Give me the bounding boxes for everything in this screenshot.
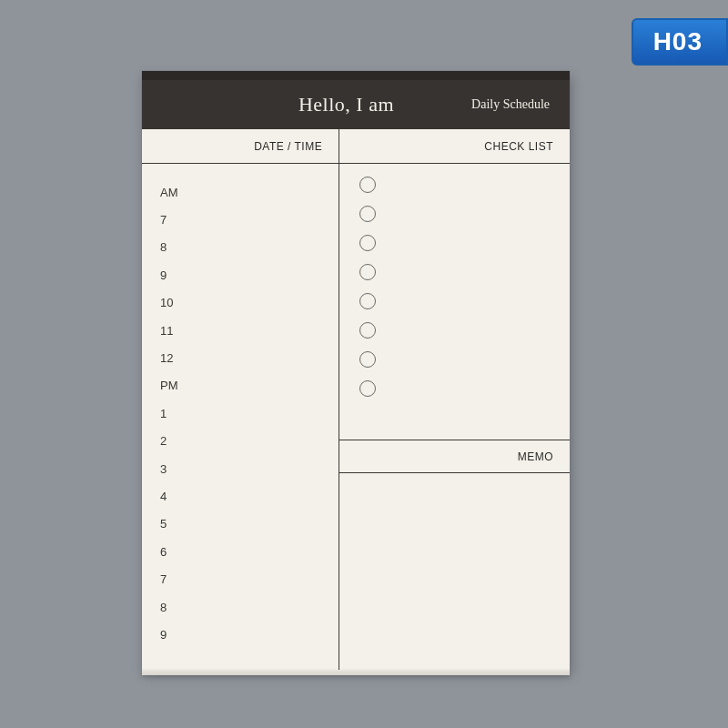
check-circle-icon bbox=[359, 264, 376, 280]
badge-label: H03 bbox=[653, 27, 703, 56]
product-code-badge: H03 bbox=[632, 18, 728, 66]
time-row: 8 bbox=[160, 234, 339, 261]
checklist bbox=[339, 164, 570, 440]
time-row: 2 bbox=[160, 428, 339, 455]
check-circle-icon bbox=[359, 293, 376, 309]
pages-edge bbox=[142, 670, 570, 675]
time-row: 9 bbox=[160, 621, 339, 648]
checklist-section-header: CHECK LIST bbox=[339, 129, 570, 164]
time-row: 7 bbox=[160, 206, 339, 233]
time-row: AM bbox=[160, 178, 339, 206]
memo-area bbox=[339, 473, 570, 670]
time-row: 8 bbox=[160, 593, 339, 621]
check-circle-icon bbox=[359, 351, 376, 368]
check-circle-icon bbox=[359, 322, 376, 339]
header-title: Hello, I am bbox=[298, 93, 394, 116]
time-row: 9 bbox=[160, 261, 339, 288]
right-column: CHECK LIST MEMO bbox=[339, 129, 570, 670]
check-circle-icon bbox=[359, 235, 376, 251]
time-row: 7 bbox=[160, 565, 339, 592]
time-row: 10 bbox=[160, 289, 339, 317]
check-circle-icon bbox=[359, 380, 376, 397]
time-row: 3 bbox=[160, 455, 339, 482]
time-row: PM bbox=[160, 372, 339, 399]
memo-section-header: MEMO bbox=[339, 440, 570, 473]
left-column: DATE / TIME AM789101112PM123456789 bbox=[142, 129, 339, 670]
checklist-label: CHECK LIST bbox=[484, 140, 553, 153]
time-row: 1 bbox=[160, 399, 339, 427]
time-row: 5 bbox=[160, 511, 339, 538]
time-row: 12 bbox=[160, 344, 339, 371]
memo-label: MEMO bbox=[518, 450, 553, 463]
datetime-section-header: DATE / TIME bbox=[142, 129, 339, 164]
time-row: 11 bbox=[160, 317, 339, 344]
time-row: 4 bbox=[160, 482, 339, 510]
notepad-body: DATE / TIME AM789101112PM123456789 CHECK… bbox=[142, 129, 570, 670]
notepad-header: Hello, I am Daily Schedule bbox=[142, 80, 570, 129]
notepad-binding bbox=[142, 71, 570, 80]
datetime-label: DATE / TIME bbox=[254, 140, 322, 153]
check-circle-icon bbox=[359, 206, 376, 222]
check-circle-icon bbox=[359, 177, 376, 193]
time-row: 6 bbox=[160, 538, 339, 565]
header-subtitle: Daily Schedule bbox=[471, 97, 550, 112]
notepad: Hello, I am Daily Schedule DATE / TIME A… bbox=[142, 71, 570, 670]
schedule-list: AM789101112PM123456789 bbox=[142, 164, 339, 670]
